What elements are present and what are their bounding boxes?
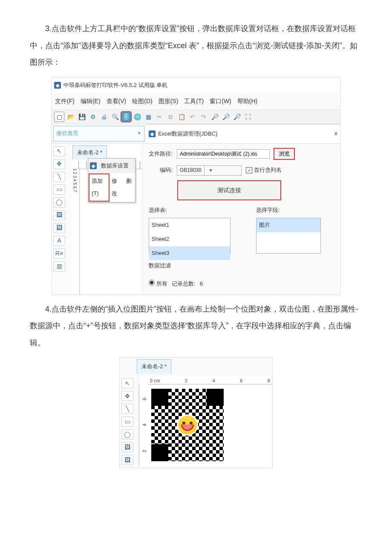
tables-listbox[interactable]: Sheet1 Sheet2 Sheet3	[149, 218, 231, 254]
line-tool-icon[interactable]: ╲	[53, 172, 65, 182]
pointer-tool-icon[interactable]: ↖	[53, 146, 65, 156]
document-tab[interactable]: 未命名-2 *	[72, 145, 107, 160]
chevron-down-icon: ▼	[137, 129, 141, 138]
dialog-titlebar: ◈ Excel数据源管理(JDBC) ×	[146, 124, 340, 143]
zoom-in-icon[interactable]: 🔎	[210, 112, 219, 121]
fields-listbox[interactable]: 图片	[256, 218, 321, 254]
table-row[interactable]: Sheet3	[149, 246, 230, 260]
qr-code-image[interactable]	[151, 389, 224, 461]
zoom-fit-icon[interactable]: 🔎	[232, 112, 242, 121]
database-icon[interactable]: 🗄	[121, 112, 131, 121]
line-tool-icon[interactable]: ╲	[121, 404, 133, 414]
document-tabs-2: 未命名-2 *	[120, 358, 272, 376]
ruler-horizontal-2: 0 cm 2 4 6 8	[148, 376, 272, 384]
app-icon: ◈	[54, 82, 61, 89]
dialog-title: Excel数据源管理(JDBC)	[158, 128, 217, 140]
barcode-tool-icon[interactable]: ▥	[53, 261, 65, 272]
redo-icon[interactable]: ↷	[199, 112, 208, 121]
db-menu-icon: ◈	[90, 162, 97, 169]
copy-icon[interactable]: ⧉	[166, 112, 175, 121]
menu-item-modify[interactable]: 修改	[109, 174, 124, 201]
label-data-filter: 数据过滤	[149, 260, 171, 272]
encoding-value: GB18030	[177, 165, 204, 176]
first-row-label: 首行含列名	[254, 164, 282, 176]
pan-tool-icon[interactable]: ✥	[53, 159, 65, 169]
roundrect-tool-icon[interactable]: ▭	[53, 185, 65, 195]
image-tool-icon[interactable]: 🖼	[121, 442, 133, 452]
paragraph-step4: 4.点击软件左侧的“插入位图图片”按钮，在画布上绘制一个位图对象，双击位图，在图…	[30, 301, 362, 352]
paragraph-step3: 3.点击软件上方工具栏中的“数据库设置”按钮，弹出数据库设置对话框，在数据库设置…	[30, 20, 362, 71]
left-toolbox-2: ↖ ✥ ╲ ▭ ◯ 🖼 🖼	[120, 376, 139, 468]
menu-view[interactable]: 查看(V)	[107, 95, 127, 108]
label-select-field: 选择字段:	[256, 204, 321, 217]
menu-file[interactable]: 文件(F)	[55, 95, 75, 108]
zoom-out-icon[interactable]: 🔎	[221, 112, 231, 121]
fit-icon[interactable]: ⛶	[243, 112, 253, 121]
vector-tool-icon[interactable]: 🖼	[53, 223, 65, 233]
new-doc-icon[interactable]: ▢	[54, 112, 64, 122]
close-icon[interactable]: ×	[334, 126, 338, 141]
checkbox-icon: ✓	[246, 167, 252, 173]
app-titlebar: ◈ 中琅条码标签打印软件-V6.5.2 试用版 单机	[52, 78, 340, 93]
record-total-label: 记录总数:	[172, 278, 196, 290]
font-family-value: 微软雅黑	[56, 127, 78, 140]
grid-icon[interactable]: ▦	[144, 112, 153, 121]
db-menu-title: 数据库设置	[101, 160, 129, 172]
table-row[interactable]: Sheet2	[149, 232, 230, 246]
roundrect-tool-icon[interactable]: ▭	[121, 416, 133, 427]
menu-edit[interactable]: 编辑(E)	[81, 95, 101, 108]
cut-icon[interactable]: ✂	[155, 112, 164, 121]
app-title: 中琅条码标签打印软件-V6.5.2 试用版 单机	[63, 79, 167, 92]
document-tab-2[interactable]: 未命名-2 *	[137, 359, 171, 374]
screenshot-db-dialog: ◈ 中琅条码标签打印软件-V6.5.2 试用版 单机 文件(F) 编辑(E) 查…	[51, 77, 341, 295]
menu-item-add[interactable]: 添加(T)	[89, 174, 109, 201]
menu-draw[interactable]: 绘图(D)	[132, 95, 152, 108]
encoding-combo[interactable]: GB18030 ▼	[177, 165, 242, 176]
richtext-tool-icon[interactable]: R≡	[53, 249, 65, 259]
dialog-icon: ◈	[149, 130, 156, 137]
ellipse-tool-icon[interactable]: ◯	[121, 429, 133, 439]
save-icon[interactable]: 💾	[77, 112, 86, 121]
menu-tools[interactable]: 工具(T)	[184, 95, 204, 108]
main-toolbar: ▢ 📂 💾 ⚙ 🖨 🔍 🗄 🌐 ▦ ✂ ⧉ 📋 ↶ ↷ 🔎 🔎 🔎 ⛶	[52, 110, 340, 124]
label-encoding: 编码:	[149, 164, 173, 176]
globe-icon[interactable]: 🌐	[133, 112, 142, 121]
print-icon[interactable]: 🖨	[99, 112, 109, 121]
ruler-vertical-2: 2 4 6	[139, 384, 147, 465]
pointer-tool-icon[interactable]: ↖	[121, 378, 133, 388]
chevron-down-icon: ▼	[204, 166, 217, 175]
undo-icon[interactable]: ↶	[188, 112, 197, 121]
label-path: 文件路径:	[149, 148, 173, 160]
menu-shape[interactable]: 图形(S)	[159, 95, 179, 108]
paste-icon[interactable]: 📋	[177, 112, 186, 121]
test-connection-button[interactable]: 测试连接	[178, 181, 281, 200]
pan-tool-icon[interactable]: ✥	[121, 391, 133, 401]
menu-bar[interactable]: 文件(F) 编辑(E) 查看(V) 绘图(D) 图形(S) 工具(T) 窗口(W…	[52, 93, 340, 110]
filter-all-radio[interactable]: 所有	[149, 278, 167, 290]
settings-icon[interactable]: ⚙	[88, 112, 98, 121]
image-tool-icon[interactable]: 🖼	[53, 210, 65, 220]
first-row-checkbox[interactable]: ✓ 首行含列名	[246, 164, 282, 176]
left-toolbox: ↖ ✥ ╲ ▭ ◯ 🖼 🖼 A R≡ ▥	[52, 144, 70, 295]
font-family-combo[interactable]: 微软雅黑 ▼	[53, 126, 144, 142]
open-icon[interactable]: 📂	[66, 112, 75, 121]
radio-icon	[149, 280, 155, 286]
browse-button[interactable]: 浏览	[274, 148, 294, 159]
text-tool-icon[interactable]: A	[53, 236, 65, 246]
preview-icon[interactable]: 🔍	[110, 112, 120, 121]
table-row[interactable]: Sheet1	[149, 218, 230, 232]
ellipse-tool-icon[interactable]: ◯	[53, 197, 65, 208]
path-input[interactable]	[177, 149, 270, 159]
canvas-area: 未命名-2 * ◈ 数据库设置 添加(T) 修改 删 1 2 3 4 5 6 7	[70, 144, 143, 295]
menu-window[interactable]: 窗口(W)	[210, 95, 231, 108]
smiley-face-icon	[177, 414, 198, 436]
label-select-table: 选择表:	[149, 204, 231, 217]
record-total-value: 6	[200, 278, 203, 290]
field-row[interactable]: 图片	[257, 218, 320, 232]
screenshot-qr-canvas: 未命名-2 * ↖ ✥ ╲ ▭ ◯ 🖼 🖼 0 cm 2 4 6 8 2 4	[119, 357, 273, 468]
ruler-vertical: 1 2 3 4 5 6 7	[73, 168, 80, 295]
vector-tool-icon[interactable]: 🖼	[121, 455, 133, 465]
menu-item-delete[interactable]: 删	[124, 174, 134, 201]
menu-help[interactable]: 帮助(H)	[237, 95, 257, 108]
dialog-body: 文件路径: 浏览 编码: GB18030 ▼ ✓ 首行含列名 测试连接 选择表:	[143, 144, 340, 295]
